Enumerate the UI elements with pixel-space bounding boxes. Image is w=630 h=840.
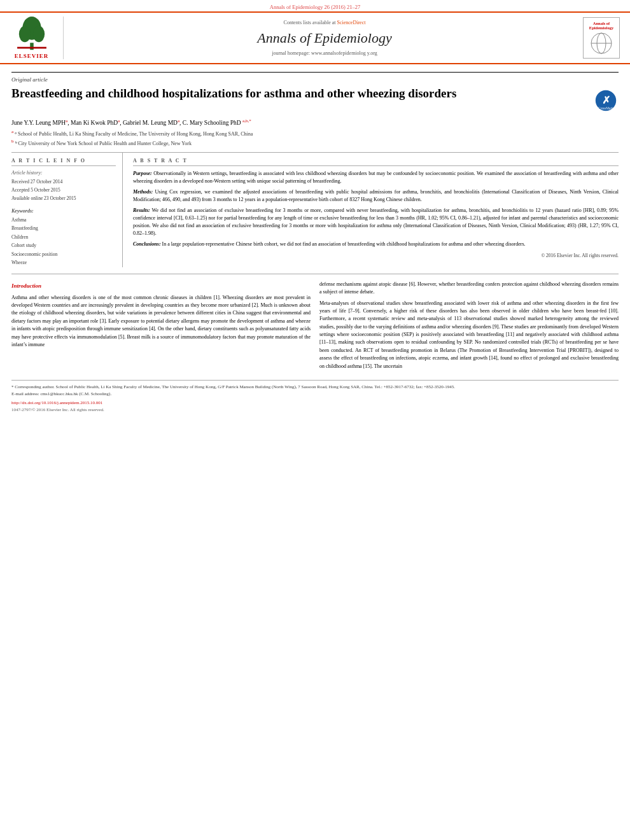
footnotes: * Corresponding author. School of Public… xyxy=(11,380,619,413)
copyright-line: © 2016 Elsevier Inc. All rights reserved… xyxy=(133,252,619,259)
keyword-wheeze: Wheeze xyxy=(11,258,116,267)
results-text: We did not find an association of exclus… xyxy=(133,207,619,236)
sciencedirect-line: Contents lists available at ScienceDirec… xyxy=(284,20,366,25)
journal-center: Contents lists available at ScienceDirec… xyxy=(70,17,579,59)
keywords-section: Keywords: Asthma Breastfeeding Children … xyxy=(11,208,116,267)
citation-text: Annals of Epidemiology 26 (2016) 21–27 xyxy=(270,4,360,10)
abstract-conclusions: Conclusions: In a large population-repre… xyxy=(133,241,619,248)
corresponding-author-note: * Corresponding author. School of Public… xyxy=(11,384,619,391)
section-divider xyxy=(11,274,619,274)
svg-rect-0 xyxy=(30,43,34,50)
keyword-asthma: Asthma xyxy=(11,216,116,225)
logo-box-title: Annals ofEpidemiology xyxy=(589,21,613,30)
available-date: Available online 23 October 2015 xyxy=(11,195,116,203)
elsevier-logo: ELSEVIER xyxy=(6,17,64,59)
issn-line: 1047-2797/© 2016 Elsevier Inc. All right… xyxy=(11,407,619,414)
conclusions-label: Conclusions: xyxy=(133,241,161,247)
body-left-column: Introduction Asthma and other wheezing d… xyxy=(11,281,311,374)
email-line: E-mail address: cms1@hkucc.hku.hk (C.M. … xyxy=(11,391,619,398)
journal-title: Annals of Epidemiology xyxy=(257,30,391,46)
email-label: E-mail address: xyxy=(11,391,39,396)
keyword-breastfeeding: Breastfeeding xyxy=(11,224,116,233)
article-info-heading: A R T I C L E I N F O xyxy=(11,158,116,166)
journal-header: ELSEVIER Contents lists available at Sci… xyxy=(0,11,630,64)
sciencedirect-link[interactable]: ScienceDirect xyxy=(337,20,366,25)
svg-text:✗: ✗ xyxy=(602,95,610,106)
purpose-text: Observationally in Western settings, bre… xyxy=(133,171,619,184)
body-columns: Introduction Asthma and other wheezing d… xyxy=(0,281,630,380)
affiliations: a ᵃ School of Public Health, Li Ka Shing… xyxy=(11,129,619,147)
elsevier-tree-icon xyxy=(13,17,51,52)
conclusions-text: In a large population-representative Chi… xyxy=(162,241,526,247)
abstract-methods: Methods: Using Cox regression, we examin… xyxy=(133,188,619,204)
abstract-text: Purpose: Observationally in Western sett… xyxy=(133,170,619,259)
introduction-heading: Introduction xyxy=(11,282,311,291)
history-label: Article history: xyxy=(11,170,116,176)
article-section: Original article Breastfeeding and child… xyxy=(0,64,630,267)
accepted-date: Accepted 5 October 2015 xyxy=(11,186,116,195)
article-title-row: Breastfeeding and childhood hospitalizat… xyxy=(11,86,619,113)
abstract-purpose: Purpose: Observationally in Western sett… xyxy=(133,170,619,185)
article-title: Breastfeeding and childhood hospitalizat… xyxy=(11,86,587,102)
journal-logo-icon xyxy=(590,32,613,55)
intro-para-2: defense mechanisms against atopic diseas… xyxy=(319,281,619,297)
contents-label: Contents lists available at xyxy=(284,20,337,25)
doi-line[interactable]: http://dx.doi.org/10.1016/j.annepidem.20… xyxy=(11,400,619,407)
body-right-column: defense mechanisms against atopic diseas… xyxy=(319,281,619,374)
results-label: Results: xyxy=(133,207,150,213)
authors-line: June Y.Y. Leung MPHa, Man Ki Kwok PhDa, … xyxy=(11,118,619,126)
methods-text: Using Cox regression, we examined the ad… xyxy=(133,189,619,202)
intro-para-1: Asthma and other wheezing disorders is o… xyxy=(11,294,311,349)
article-info-column: A R T I C L E I N F O Article history: R… xyxy=(11,153,123,267)
abstract-column: A B S T R A C T Purpose: Observationally… xyxy=(133,153,619,267)
crossmark-logo: ✗ CrossMark xyxy=(594,89,617,112)
journal-logo-box: Annals ofEpidemiology xyxy=(583,17,620,59)
affiliation-a: a ᵃ School of Public Health, Li Ka Shing… xyxy=(11,129,619,138)
keywords-list: Asthma Breastfeeding Children Cohort stu… xyxy=(11,216,116,267)
elsevier-brand-text: ELSEVIER xyxy=(15,53,49,59)
affiliation-b: b ᵇ City University of New York School o… xyxy=(11,138,619,148)
history-entries: Received 27 October 2014 Accepted 5 Octo… xyxy=(11,178,116,202)
journal-homepage: journal homepage: www.annalsofepidemiolo… xyxy=(272,50,377,56)
keyword-children: Children xyxy=(11,233,116,242)
svg-point-2 xyxy=(18,26,30,43)
journal-citation-bar: Annals of Epidemiology 26 (2016) 21–27 xyxy=(0,0,630,11)
svg-point-3 xyxy=(32,26,44,43)
journal-logo-right: Annals ofEpidemiology xyxy=(579,17,624,59)
abstract-heading: A B S T R A C T xyxy=(133,158,619,166)
svg-rect-4 xyxy=(17,47,46,49)
keyword-cohort: Cohort study xyxy=(11,241,116,250)
svg-text:CrossMark: CrossMark xyxy=(598,106,613,110)
intro-para-3: Meta-analyses of observational studies s… xyxy=(319,300,619,371)
keywords-label: Keywords: xyxy=(11,208,116,214)
keyword-sep: Socioeconomic position xyxy=(11,250,116,259)
article-type-label: Original article xyxy=(11,72,619,83)
crossmark-icon[interactable]: ✗ CrossMark xyxy=(593,88,619,113)
author-june: June Y.Y. Leung MPHa, Man Ki Kwok PhDa, … xyxy=(11,120,251,126)
purpose-label: Purpose: xyxy=(133,171,152,176)
methods-label: Methods: xyxy=(133,189,153,195)
info-abstract-columns: A R T I C L E I N F O Article history: R… xyxy=(11,152,619,267)
email-address: cms1@hkucc.hku.hk (C.M. Schooling). xyxy=(41,391,112,396)
abstract-results: Results: We did not find an association … xyxy=(133,207,619,237)
received-date: Received 27 October 2014 xyxy=(11,178,116,186)
